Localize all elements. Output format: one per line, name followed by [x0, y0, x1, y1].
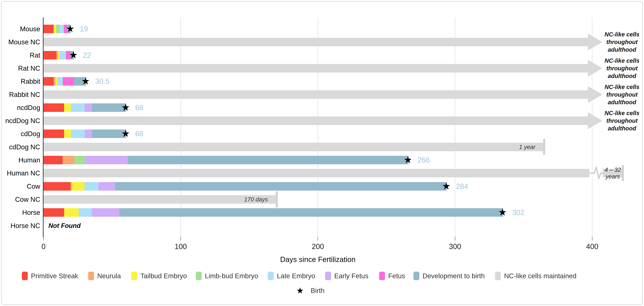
row-label-human-nc: Human NC	[2, 169, 40, 177]
segment-early_fetus	[98, 182, 115, 191]
segment-late_embryo	[71, 103, 84, 112]
legend-item-nc: NC-like cells maintained	[495, 271, 576, 280]
legend-swatch-late_embryo	[268, 272, 274, 280]
legend-swatch-dev_birth	[414, 272, 419, 280]
row-label-mouse: Mouse	[2, 25, 40, 33]
segment-limbbud	[56, 25, 60, 33]
not-found-label: Not Found	[48, 221, 81, 230]
birth-day-number: 30.5	[95, 78, 110, 85]
legend-label: NC-like cells maintained	[504, 272, 576, 280]
segment-late_embryo	[60, 25, 64, 33]
row-label-cddog: cdDog	[2, 130, 40, 137]
x-tick-label-100: 100	[168, 242, 194, 251]
segment-tailbud	[72, 182, 84, 191]
birth-day-number: 22	[83, 51, 91, 59]
birth-star-icon: ★	[442, 181, 450, 191]
nc-arrowhead-icon	[588, 112, 602, 129]
row-label-human: Human	[2, 156, 40, 164]
legend-label: Primitive Streak	[31, 272, 78, 280]
row-label-ncddog-nc: ncdDog NC	[2, 117, 40, 124]
segment-neurula	[63, 156, 74, 164]
legend-item-limbbud: Limb-bud Embryo	[196, 271, 258, 280]
x-tick-label-300: 300	[442, 242, 468, 251]
segment-dev_birth	[120, 208, 503, 217]
segment-limbbud	[74, 156, 85, 164]
birth-day-number: 68	[135, 104, 144, 111]
segment-early_fetus	[84, 103, 92, 112]
nc-duration-label: 1 year	[453, 143, 535, 151]
legend-swatch-nc	[495, 272, 501, 280]
x-tick-label-400: 400	[579, 242, 606, 251]
birth-star-icon: ★	[121, 129, 130, 138]
nc-range-label: 4 – 32years	[598, 166, 627, 180]
legend-swatch-neurula	[88, 272, 94, 280]
gridline-100	[180, 17, 181, 237]
birth-star-icon: ★	[69, 50, 78, 60]
nc-endcap	[543, 139, 545, 155]
birth-legend-label: Birth	[311, 287, 324, 294]
segment-early_fetus	[84, 130, 92, 138]
segment-neurula	[70, 182, 72, 191]
legend-label: Late Embryo	[277, 272, 315, 280]
segment-late_embryo	[79, 208, 92, 217]
segment-neurula	[56, 51, 58, 60]
birth-star-icon: ★	[121, 103, 130, 112]
segment-tailbud	[64, 130, 71, 138]
segment-primitive_streak	[44, 182, 70, 191]
legend-label: Limb-bud Embryo	[205, 272, 258, 280]
segment-fetus	[63, 77, 74, 86]
row-label-cow: Cow	[2, 183, 40, 190]
birth-star-icon: ★	[66, 24, 74, 34]
x-tick-200	[318, 237, 318, 240]
nc-bar	[44, 64, 588, 73]
nc-annotation: NC-like cellsthroughoutadulthood	[603, 83, 641, 106]
legend-swatch-fetus	[379, 272, 385, 280]
x-tick-300	[455, 237, 456, 240]
nc-annotation: NC-like cellsthroughoutadulthood	[603, 57, 641, 80]
segment-primitive_streak	[44, 77, 54, 86]
segment-early_fetus	[92, 208, 120, 217]
x-tick-label-0: 0	[30, 242, 57, 251]
legend-item-primitive_streak: Primitive Streak	[22, 271, 78, 280]
row-label-rabbit-nc: Rabbit NC	[2, 91, 40, 98]
nc-annotation: NC-like cellsthroughoutadulthood	[603, 31, 641, 54]
legend-swatch-limbbud	[196, 272, 202, 280]
legend-swatch-early_fetus	[325, 272, 331, 280]
birth-star-icon: ★	[498, 207, 507, 217]
segment-dev_birth	[128, 156, 408, 164]
nc-annotation: NC-like cellsthroughoutadulthood	[603, 109, 641, 132]
birth-star-icon: ★	[404, 155, 412, 165]
segment-late_embryo	[84, 182, 98, 191]
legend-label: Fetus	[388, 272, 405, 280]
segment-tailbud	[64, 103, 71, 112]
x-tick-label-200: 200	[304, 242, 331, 251]
birth-day-number: 284	[456, 182, 468, 190]
legend-swatch-tailbud	[131, 272, 137, 280]
birth-legend: ★ Birth	[296, 285, 324, 296]
nc-bar	[44, 169, 590, 177]
nc-bar	[44, 116, 588, 125]
segment-late_embryo	[59, 51, 66, 60]
segment-dev_birth	[92, 130, 126, 138]
segment-early_fetus	[85, 156, 128, 164]
segment-primitive_streak	[44, 51, 56, 60]
segment-tailbud	[64, 208, 79, 217]
segment-tailbud	[54, 25, 56, 33]
legend-label: Early Fetus	[334, 272, 368, 280]
legend-item-neurula: Neurula	[88, 271, 121, 280]
legend-item-tailbud: Tailbud Embryo	[131, 271, 187, 280]
gridline-200	[318, 17, 318, 237]
x-tick-400	[592, 237, 592, 240]
legend-item-fetus: Fetus	[379, 271, 405, 280]
segment-tailbud	[56, 77, 57, 86]
birth-day-number: 266	[418, 156, 430, 164]
segment-primitive_streak	[44, 103, 64, 112]
y-axis-line	[43, 17, 44, 237]
birth-day-number: 68	[135, 130, 144, 138]
birth-star-icon: ★	[81, 76, 90, 86]
row-label-ncddog: ncdDog	[2, 104, 40, 111]
birth-day-number: 19	[80, 25, 88, 33]
legend-item-late_embryo: Late Embryo	[268, 271, 315, 280]
row-label-rat-nc: Rat NC	[2, 65, 40, 72]
row-label-horse: Horse	[2, 209, 40, 216]
